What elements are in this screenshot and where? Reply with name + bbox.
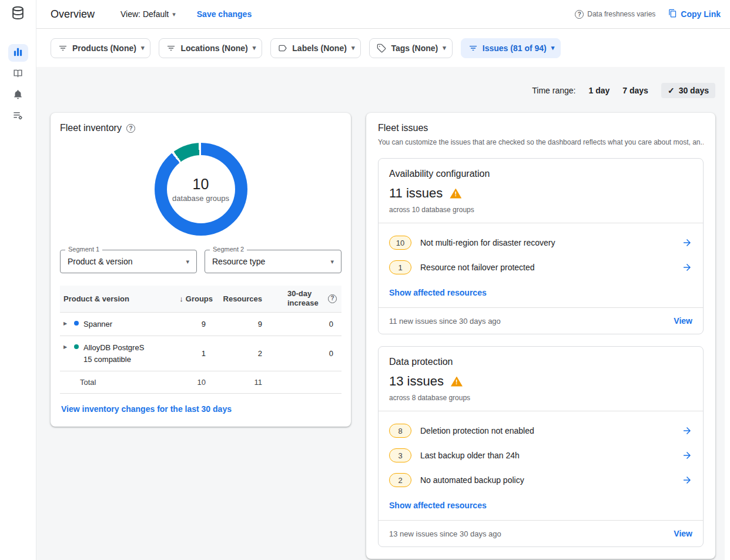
table-row-spanner[interactable]: ▶ Spanner 9 9 0: [60, 312, 341, 336]
filter-icon: [468, 43, 478, 53]
filter-chip-label: Issues (81 of 94): [483, 43, 547, 53]
time-option-7days[interactable]: 7 days: [622, 86, 648, 95]
arrow-right-icon[interactable]: [682, 450, 692, 461]
chevron-down-icon: ▾: [351, 44, 355, 52]
expand-row-icon[interactable]: ▶: [63, 344, 74, 350]
sort-down-icon: ↓: [179, 294, 183, 303]
issue-count: 11 issues: [389, 186, 443, 201]
total-groups: 10: [175, 378, 213, 387]
issue-item[interactable]: 10 Not multi-region for disaster recover…: [389, 230, 692, 255]
view-selector-label: View: Default: [120, 9, 169, 19]
check-icon: ✓: [668, 86, 675, 95]
donut-center: 10 database groups: [167, 155, 235, 223]
header-product-version[interactable]: Product & version: [60, 294, 175, 303]
filter-chip-label: Tags (None): [391, 43, 438, 53]
left-nav-rail: [0, 0, 36, 560]
issue-scope: across 10 database groups: [389, 206, 692, 214]
label-icon: [278, 43, 287, 53]
table-row-alloydb[interactable]: ▶ AlloyDB PostgreS 15 compatible 1 2 0: [60, 336, 341, 371]
warning-mark: !: [454, 191, 457, 199]
filter-chip-label: Locations (None): [180, 43, 247, 53]
tag-icon: [377, 43, 386, 53]
inventory-table: Product & version ↓ Groups Resources 30-…: [60, 286, 341, 394]
issue-count-badge: 3: [389, 448, 411, 462]
time-option-30days[interactable]: ✓ 30 days: [661, 83, 715, 98]
arrow-right-icon[interactable]: [682, 262, 692, 273]
scrollbar-gutter[interactable]: [725, 67, 730, 560]
issue-item-label: No automated backup policy: [420, 475, 524, 485]
issue-card-title: Data protection: [389, 357, 692, 367]
new-issues-text: 11 new issues since 30 days ago: [389, 317, 501, 326]
issue-item[interactable]: 2 No automated backup policy: [389, 468, 692, 492]
view-link[interactable]: View: [674, 529, 692, 538]
time-range-selector: Time range: 1 day 7 days ✓ 30 days: [51, 67, 715, 98]
bell-icon: [12, 89, 24, 102]
header-increase-label: 30-day increase: [287, 289, 324, 308]
chevron-down-icon: ▾: [186, 258, 189, 266]
fleet-inventory-title: Fleet inventory: [60, 123, 122, 133]
donut-center-label: database groups: [172, 194, 229, 203]
time-option-1day[interactable]: 1 day: [588, 86, 610, 95]
donut-chart[interactable]: 10 database groups: [155, 143, 247, 236]
copy-link-label: Copy Link: [681, 9, 721, 19]
filter-bar: Products (None) ▾ Locations (None) ▾ Lab…: [36, 29, 730, 67]
filter-chip-issues[interactable]: Issues (81 of 94) ▾: [461, 38, 561, 58]
issue-count-badge: 1: [389, 260, 411, 274]
chevron-down-icon: ▾: [443, 44, 446, 52]
help-icon[interactable]: ?: [126, 124, 135, 133]
header-groups[interactable]: ↓ Groups: [175, 294, 213, 303]
filter-chip-products[interactable]: Products (None) ▾: [51, 38, 150, 58]
header-groups-label: Groups: [186, 294, 213, 303]
nav-documentation[interactable]: [8, 65, 28, 83]
show-affected-resources-link[interactable]: Show affected resources: [389, 501, 487, 510]
segment2-select[interactable]: Segment 2 Resource type ▾: [205, 250, 341, 273]
table-header-row: Product & version ↓ Groups Resources 30-…: [60, 286, 341, 312]
view-link[interactable]: View: [674, 316, 692, 326]
new-issues-text: 13 new issues since 30 days ago: [389, 529, 501, 538]
issue-count-badge: 8: [389, 424, 411, 438]
view-selector[interactable]: View: Default ▾: [120, 9, 176, 19]
help-icon[interactable]: ?: [328, 294, 337, 303]
filter-chip-tags[interactable]: Tags (None) ▾: [369, 38, 452, 58]
database-logo-icon: [10, 5, 26, 24]
issue-item[interactable]: 3 Last backup older than 24h: [389, 443, 692, 468]
warning-mark: !: [456, 379, 458, 387]
copy-link-button[interactable]: Copy Link: [668, 9, 721, 19]
chevron-down-icon: ▾: [253, 44, 256, 52]
save-changes-button[interactable]: Save changes: [197, 9, 252, 19]
nav-dashboard[interactable]: [8, 44, 28, 62]
nav-notifications[interactable]: [8, 86, 28, 104]
show-affected-resources-link[interactable]: Show affected resources: [389, 288, 487, 297]
groups-value: 1: [175, 349, 213, 358]
chevron-down-icon: ▾: [551, 44, 555, 52]
filter-chip-locations[interactable]: Locations (None) ▾: [159, 38, 262, 58]
issue-item[interactable]: 8 Deletion protection not enabled: [389, 418, 692, 443]
time-option-label: 30 days: [679, 86, 709, 95]
issue-item[interactable]: 1 Resource not failover protected: [389, 255, 692, 280]
main-area: Time range: 1 day 7 days ✓ 30 days Fleet…: [36, 67, 730, 560]
arrow-right-icon[interactable]: [682, 237, 692, 248]
arrow-right-icon[interactable]: [682, 475, 692, 485]
issue-count-badge: 2: [389, 473, 411, 487]
increase-value: 0: [269, 349, 341, 358]
series-color-dot: [74, 321, 79, 326]
help-icon[interactable]: ?: [575, 10, 584, 19]
header-resources[interactable]: Resources: [213, 294, 269, 303]
segment1-value: Product & version: [68, 257, 133, 266]
issue-count: 13 issues: [389, 374, 444, 389]
arrow-right-icon[interactable]: [682, 425, 692, 436]
dashboard-icon: [12, 46, 24, 60]
view-inventory-changes-link[interactable]: View inventory changes for the last 30 d…: [61, 404, 232, 414]
issue-scope: across 8 database groups: [389, 394, 692, 402]
filter-icon: [58, 43, 68, 53]
content-column: Overview View: Default ▾ Save changes ? …: [36, 0, 730, 560]
nav-rules-settings[interactable]: [8, 108, 28, 125]
top-bar: Overview View: Default ▾ Save changes ? …: [36, 0, 730, 29]
header-30day-increase[interactable]: 30-day increase ?: [269, 289, 341, 308]
expand-row-icon[interactable]: ▶: [63, 321, 74, 326]
product-logo[interactable]: [0, 0, 36, 29]
chevron-down-icon: ▾: [141, 44, 145, 52]
segment1-select[interactable]: Segment 1 Product & version ▾: [60, 250, 197, 273]
total-resources: 11: [213, 378, 269, 387]
filter-chip-labels[interactable]: Labels (None) ▾: [270, 38, 361, 58]
